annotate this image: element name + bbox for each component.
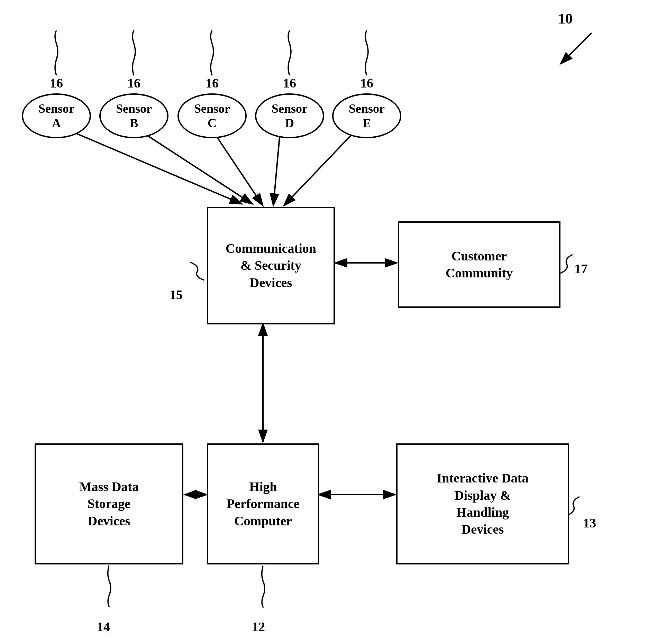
sensor-e: 16 SensorE [332,75,401,138]
sensor-e-ref: 16 [360,75,373,91]
sensor-e-label: SensorE [332,93,401,138]
mass-data-text: Mass DataStorageDevices [79,478,139,530]
customer-community-text: CustomerCommunity [446,248,513,282]
customer-community-box: CustomerCommunity [398,221,560,308]
sensor-b-label: SensorB [99,93,168,138]
sensor-a-ref: 16 [50,75,63,91]
svg-line-4 [560,33,592,64]
mass-data-box: Mass DataStorageDevices [35,443,183,564]
sensor-c: 16 SensorC [177,75,247,138]
ref-12-label: 12 [252,619,265,634]
svg-line-8 [273,130,280,206]
svg-line-6 [138,130,253,204]
interactive-text: Interactive DataDisplay &HandlingDevices [437,470,529,538]
high-perf-box: HighPerformanceComputer [207,443,319,564]
ref-13-label: 13 [583,515,596,531]
sensor-d: 16 SensorD [255,75,324,138]
comm-security-text: Communication& SecurityDevices [226,240,316,291]
sensor-b: 16 SensorB [99,75,168,138]
ref-14-label: 14 [97,619,110,634]
interactive-box: Interactive DataDisplay &HandlingDevices [396,443,569,564]
sensor-d-label: SensorD [255,93,324,138]
svg-line-5 [67,130,242,204]
svg-line-9 [284,130,356,206]
high-perf-text: HighPerformanceComputer [227,478,300,530]
comm-security-box: Communication& SecurityDevices [207,207,335,324]
sensor-a: 16 SensorA [22,75,91,138]
sensor-b-ref: 16 [127,75,140,91]
ref-17-label: 17 [574,261,587,276]
diagram: 10 [0,0,666,644]
ref-10-label: 10 [558,10,573,27]
ref-15-label: 15 [170,287,183,302]
sensor-c-ref: 16 [206,75,219,91]
sensor-d-ref: 16 [283,75,296,91]
sensor-a-label: SensorA [22,93,91,138]
svg-line-7 [212,130,263,206]
sensor-c-label: SensorC [177,93,247,138]
